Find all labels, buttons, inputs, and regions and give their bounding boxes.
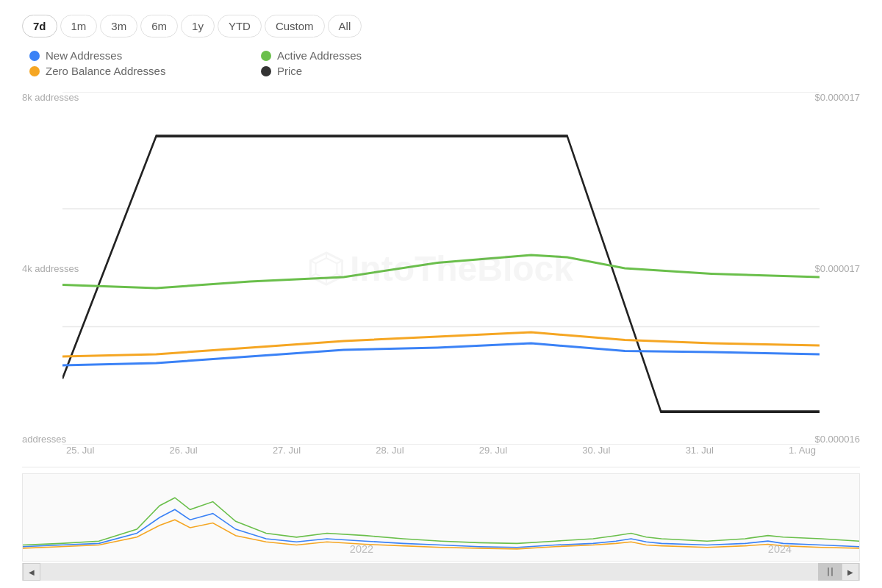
scroll-left-button[interactable]: ◀ [23, 563, 40, 581]
y-axis-right-label-2: $0.000016 [815, 434, 860, 445]
time-btn-1y[interactable]: 1y [181, 15, 215, 37]
legend-dot [261, 51, 271, 61]
time-btn-custom[interactable]: Custom [265, 15, 325, 37]
legend-item-active-addresses: Active Addresses [261, 49, 463, 62]
y-axis-right: $0.000017$0.000017$0.000016 [815, 92, 860, 445]
time-btn-3m[interactable]: 3m [100, 15, 137, 37]
svg-text:2024: 2024 [768, 543, 792, 555]
time-btn-all[interactable]: All [328, 15, 362, 37]
x-axis-label-0: 25. Jul [66, 445, 94, 456]
scrollbar[interactable]: ◀ ▶ [22, 563, 860, 581]
chart-area: 8k addresses4k addressesaddresses $0.000… [22, 92, 860, 581]
time-btn-7d[interactable]: 7d [22, 15, 57, 37]
legend-dot [29, 51, 40, 61]
x-axis-label-2: 27. Jul [273, 445, 301, 456]
time-btn-6m[interactable]: 6m [140, 15, 178, 37]
legend-dot [261, 66, 271, 76]
scrollbar-track[interactable] [40, 563, 842, 581]
legend-label: Active Addresses [277, 49, 362, 62]
y-axis-left-label-2: addresses [22, 434, 66, 445]
x-axis: 25. Jul26. Jul27. Jul28. Jul29. Jul30. J… [66, 445, 816, 467]
mini-chart: 2022 2024 [22, 473, 860, 562]
chart-legend: New AddressesActive AddressesZero Balanc… [22, 49, 463, 77]
x-axis-label-3: 28. Jul [376, 445, 404, 456]
legend-item-zero-balance-addresses: Zero Balance Addresses [29, 65, 232, 77]
legend-label: New Addresses [46, 49, 122, 62]
legend-dot [29, 66, 40, 76]
legend-item-price: Price [261, 65, 463, 77]
legend-item-new-addresses: New Addresses [29, 49, 232, 62]
x-axis-label-4: 29. Jul [479, 445, 507, 456]
time-range-selector: 7d1m3m6m1yYTDCustomAll [22, 15, 860, 37]
x-axis-label-5: 30. Jul [582, 445, 610, 456]
y-axis-right-label-0: $0.000017 [815, 92, 860, 103]
time-btn-1m[interactable]: 1m [60, 15, 98, 37]
y-axis-right-label-1: $0.000017 [815, 263, 860, 274]
main-chart: 8k addresses4k addressesaddresses $0.000… [22, 92, 860, 467]
time-btn-ytd[interactable]: YTD [218, 15, 262, 37]
x-axis-label-6: 31. Jul [686, 445, 714, 456]
legend-label: Price [277, 65, 302, 77]
x-axis-label-7: 1. Aug [789, 445, 816, 456]
x-axis-label-1: 26. Jul [169, 445, 197, 456]
scroll-right-button[interactable]: ▶ [842, 563, 859, 581]
svg-text:2022: 2022 [350, 543, 373, 555]
page-container: 7d1m3m6m1yYTDCustomAll New AddressesActi… [0, 0, 882, 588]
legend-label: Zero Balance Addresses [46, 65, 165, 77]
chart-svg-container: IntoTheBlock [62, 92, 820, 445]
scrollbar-thumb[interactable] [818, 563, 842, 581]
